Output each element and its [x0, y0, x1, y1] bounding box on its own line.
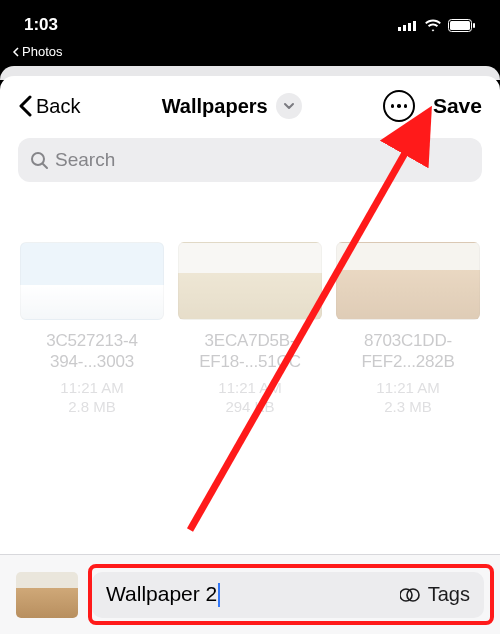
file-time: 11:21 AM — [376, 379, 439, 396]
tags-button[interactable]: Tags — [400, 583, 470, 606]
svg-rect-1 — [403, 25, 406, 31]
tags-icon — [400, 587, 422, 603]
svg-rect-0 — [398, 27, 401, 31]
folder-title: Wallpapers — [162, 95, 268, 118]
status-icons — [398, 19, 476, 32]
back-button[interactable]: Back — [18, 95, 80, 118]
dot-icon — [397, 104, 401, 108]
more-button[interactable] — [383, 90, 415, 122]
file-item[interactable]: 3ECA7D5B-EF18-...51CC 11:21 AM 294 KB — [178, 242, 322, 415]
current-file-thumbnail — [16, 572, 78, 618]
file-size: 294 KB — [225, 398, 274, 415]
filename-input[interactable]: Wallpaper 2 — [106, 582, 400, 607]
search-field[interactable] — [18, 138, 482, 182]
status-time: 1:03 — [24, 15, 58, 35]
file-size: 2.3 MB — [384, 398, 432, 415]
dot-icon — [391, 104, 395, 108]
back-label: Back — [36, 95, 80, 118]
file-name: 3C527213-4394-...3003 — [46, 330, 138, 373]
chevron-down-icon — [283, 102, 295, 110]
svg-line-8 — [43, 164, 47, 168]
back-caret-icon — [12, 47, 20, 57]
filename-bar: Wallpaper 2 Tags — [0, 554, 500, 634]
file-item[interactable]: 3C527213-4394-...3003 11:21 AM 2.8 MB — [20, 242, 164, 415]
file-time: 11:21 AM — [218, 379, 281, 396]
svg-rect-3 — [413, 21, 416, 31]
file-thumbnail — [20, 242, 164, 320]
svg-point-10 — [407, 589, 419, 601]
search-input[interactable] — [55, 149, 470, 171]
file-time: 11:21 AM — [60, 379, 123, 396]
folder-dropdown-button[interactable] — [276, 93, 302, 119]
file-size: 2.8 MB — [68, 398, 116, 415]
chevron-left-icon — [18, 95, 32, 117]
file-name: 8703C1DD-FEF2...282B — [361, 330, 454, 373]
save-sheet: Back Wallpapers Save 3C527213-4394-...30… — [0, 76, 500, 634]
dot-icon — [404, 104, 408, 108]
svg-rect-6 — [473, 23, 475, 28]
svg-point-9 — [400, 589, 412, 601]
svg-point-7 — [32, 153, 44, 165]
save-button[interactable]: Save — [433, 94, 482, 118]
text-cursor — [218, 583, 220, 607]
file-name: 3ECA7D5B-EF18-...51CC — [199, 330, 301, 373]
file-thumbnail — [336, 242, 480, 320]
svg-rect-2 — [408, 23, 411, 31]
file-item[interactable]: 8703C1DD-FEF2...282B 11:21 AM 2.3 MB — [336, 242, 480, 415]
search-icon — [30, 151, 49, 170]
back-to-app[interactable]: Photos — [12, 44, 62, 59]
svg-rect-5 — [450, 21, 470, 30]
file-thumbnail — [178, 242, 322, 320]
